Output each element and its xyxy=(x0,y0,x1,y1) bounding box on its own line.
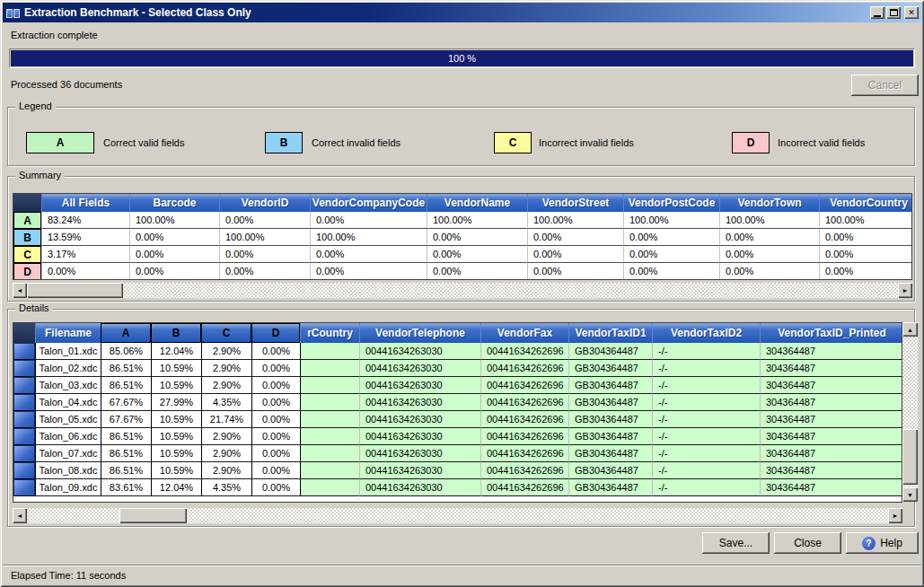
summary-groupbox: Summary All Fields Barcode VendorID Vend… xyxy=(7,176,915,302)
details-cell: 4.35% xyxy=(201,479,251,496)
extraction-status-label: Extraction complete xyxy=(11,30,98,40)
scroll-right-button[interactable]: ► xyxy=(898,283,912,298)
details-cell: -/- xyxy=(652,445,760,462)
status-bar: Elapsed Time: 11 seconds xyxy=(3,565,921,584)
row-selector[interactable] xyxy=(13,377,35,394)
row-selector[interactable] xyxy=(13,428,35,445)
summary-cell: 0.00% xyxy=(427,263,527,280)
details-cell: 0.00% xyxy=(251,428,300,445)
close-icon: ✕ xyxy=(908,8,915,17)
details-cell: -/- xyxy=(652,394,760,411)
summary-row-key: C xyxy=(13,246,41,263)
details-cell: 10.59% xyxy=(151,428,201,445)
legend-groupbox: Legend A Correct valid fields B Correct … xyxy=(7,107,915,166)
summary-column-header: VendorPostCode xyxy=(623,194,719,212)
summary-cell: 0.00% xyxy=(527,263,623,280)
summary-cell: 13.59% xyxy=(41,229,129,246)
details-cell xyxy=(300,394,359,411)
details-cell: 00441634262696 xyxy=(480,360,568,377)
details-column-header: C xyxy=(201,323,251,343)
details-cell: 2.90% xyxy=(201,360,251,377)
details-column-header: B xyxy=(151,323,201,343)
summary-cell: 0.00% xyxy=(219,212,310,229)
scroll-down-button[interactable]: ▼ xyxy=(902,487,918,502)
filename-cell: Talon_06.xdc xyxy=(35,428,101,445)
scroll-up-icon: ▲ xyxy=(907,327,913,333)
titlebar[interactable]: Extraction Benchmark - Selected Class On… xyxy=(3,3,921,22)
details-cell: 10.59% xyxy=(151,377,201,394)
scroll-right-button[interactable]: ► xyxy=(888,508,902,523)
details-cell: 67.67% xyxy=(101,411,151,428)
details-cell: 00441634263030 xyxy=(359,343,480,360)
details-cell: 304364487 xyxy=(760,428,902,445)
details-cell: 2.90% xyxy=(201,343,251,360)
details-cell: -/- xyxy=(652,428,760,445)
summary-row: D 0.00% 0.00% 0.00% 0.00% 0.00% 0.00% 0.… xyxy=(13,263,912,280)
details-row: Talon_02.xdc 86.51% 10.59% 2.90% 0.00% 0… xyxy=(13,360,902,377)
summary-column-header: VendorStreet xyxy=(527,194,623,212)
maximize-button[interactable] xyxy=(886,6,901,19)
details-horizontal-scrollbar[interactable]: ◄ ► xyxy=(13,508,902,523)
details-cell: GB304364487 xyxy=(568,394,652,411)
details-cell: 86.51% xyxy=(101,360,151,377)
details-header-corner xyxy=(13,323,35,343)
details-cell: -/- xyxy=(652,360,760,377)
close-dialog-button[interactable]: Close xyxy=(774,532,841,554)
app-icon[interactable] xyxy=(5,6,21,20)
details-cell: GB304364487 xyxy=(568,377,652,394)
summary-cell: 0.00% xyxy=(819,263,912,280)
details-vertical-scrollbar[interactable]: ▲ ▼ xyxy=(902,322,918,502)
summary-cell: 3.17% xyxy=(41,246,129,263)
details-cell: 304364487 xyxy=(760,360,902,377)
row-selector[interactable] xyxy=(13,343,35,360)
details-cell: -/- xyxy=(652,411,760,428)
row-selector[interactable] xyxy=(13,394,35,411)
scroll-up-button[interactable]: ▲ xyxy=(902,322,918,337)
details-cell: -/- xyxy=(652,343,760,360)
help-button-label: Help xyxy=(880,537,902,549)
row-selector[interactable] xyxy=(13,445,35,462)
row-selector[interactable] xyxy=(13,462,35,479)
scroll-right-icon: ► xyxy=(893,513,899,519)
filename-cell: Talon_02.xdc xyxy=(35,360,101,377)
details-vscrollbar-thumb[interactable] xyxy=(902,429,918,485)
legend-swatch-a: A xyxy=(26,132,94,153)
details-cell: 00441634263030 xyxy=(359,360,480,377)
summary-cell: 100.00% xyxy=(310,229,427,246)
details-cell: 0.00% xyxy=(251,377,300,394)
scroll-left-icon: ◄ xyxy=(17,287,23,294)
summary-scrollbar-thumb[interactable] xyxy=(27,283,123,298)
details-cell xyxy=(300,445,359,462)
details-cell: 0.00% xyxy=(251,411,300,428)
details-cell xyxy=(300,411,359,428)
dialog-window: Extraction Benchmark - Selected Class On… xyxy=(0,0,924,587)
scroll-left-button[interactable]: ◄ xyxy=(13,508,27,523)
save-button[interactable]: Save... xyxy=(702,532,770,554)
summary-cell: 0.00% xyxy=(527,246,623,263)
help-button[interactable]: ? Help xyxy=(846,532,919,554)
details-column-header: VendorTaxID2 xyxy=(652,323,760,343)
details-cell: 0.00% xyxy=(251,360,300,377)
summary-horizontal-scrollbar[interactable]: ◄ ► xyxy=(13,283,912,298)
summary-cell: 100.00% xyxy=(623,212,719,229)
summary-header-row: All Fields Barcode VendorID VendorCompan… xyxy=(13,194,912,212)
row-selector[interactable] xyxy=(13,360,35,377)
details-row: Talon_08.xdc 86.51% 10.59% 2.90% 0.00% 0… xyxy=(13,462,902,479)
scroll-left-button[interactable]: ◄ xyxy=(13,283,27,298)
details-cell: GB304364487 xyxy=(568,343,652,360)
details-cell: 00441634262696 xyxy=(480,445,568,462)
details-hscrollbar-thumb[interactable] xyxy=(119,508,187,523)
summary-header-corner xyxy=(13,194,41,212)
close-button[interactable]: ✕ xyxy=(904,6,919,19)
row-selector[interactable] xyxy=(13,479,35,496)
minimize-button[interactable] xyxy=(870,6,884,19)
details-cell: 12.04% xyxy=(151,479,201,496)
summary-caption: Summary xyxy=(15,170,65,180)
details-column-header: A xyxy=(101,323,151,343)
summary-cell: 0.00% xyxy=(310,212,427,229)
row-selector[interactable] xyxy=(13,411,35,428)
summary-cell: 0.00% xyxy=(41,263,129,280)
details-cell: 00441634262696 xyxy=(480,428,568,445)
scroll-down-icon: ▼ xyxy=(907,492,913,498)
details-cell: 86.51% xyxy=(101,377,151,394)
